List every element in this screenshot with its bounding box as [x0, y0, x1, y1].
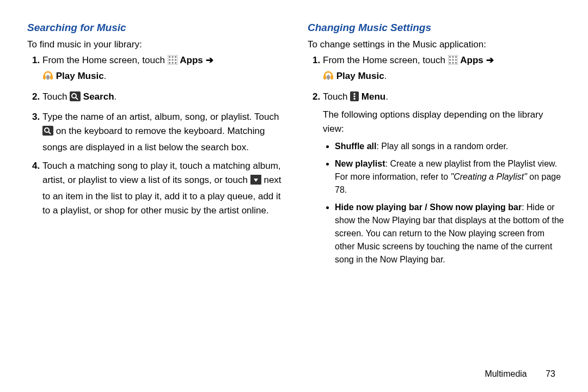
step-1: From the Home screen, touch Apps ➔ Play … — [42, 53, 286, 85]
page-footer: Multimedia 73 — [485, 369, 555, 379]
step-1: From the Home screen, touch Apps ➔ Play … — [323, 53, 566, 85]
options-intro: The following options display depending … — [323, 108, 566, 137]
svg-rect-9 — [175, 62, 176, 64]
svg-rect-3 — [175, 56, 176, 58]
cross-ref: "Creating a Playlist" — [451, 172, 527, 181]
play-music-label: Play Music — [56, 71, 104, 81]
right-column: Changing Music Settings To change settin… — [308, 22, 566, 271]
footer-page-number: 73 — [546, 369, 555, 378]
overflow-menu-icon — [250, 175, 261, 189]
option-new-playlist: New playlist: Create a new playlist from… — [335, 157, 566, 197]
svg-rect-32 — [323, 75, 326, 79]
apps-grid-icon — [168, 55, 177, 69]
apps-grid-icon — [448, 55, 458, 69]
svg-rect-11 — [50, 75, 53, 79]
svg-rect-7 — [169, 62, 170, 64]
steps-right: From the Home screen, touch Apps ➔ Play … — [308, 53, 566, 266]
svg-rect-25 — [455, 56, 457, 58]
menu-label: Menu — [362, 91, 385, 102]
search-icon — [70, 91, 81, 106]
options-list: Shuffle all: Play all songs in a random … — [323, 140, 566, 266]
option-shuffle: Shuffle all: Play all songs in a random … — [335, 140, 566, 153]
apps-label: Apps — [460, 55, 483, 65]
step-3: Type the name of an artist, album, song,… — [42, 110, 286, 155]
svg-rect-18 — [42, 126, 53, 136]
intro-right: To change settings in the Music applicat… — [308, 39, 566, 50]
svg-rect-26 — [449, 59, 451, 61]
step-4: Touch a matching song to play it, touch … — [42, 159, 286, 218]
heading-searching: Searching for Music — [27, 22, 286, 34]
svg-rect-8 — [171, 62, 173, 64]
svg-rect-27 — [452, 59, 454, 61]
svg-rect-30 — [452, 62, 454, 64]
svg-rect-4 — [169, 59, 170, 61]
search-icon — [42, 126, 53, 140]
play-music-label: Play Music — [336, 71, 384, 81]
left-column: Searching for Music To find music in you… — [27, 22, 286, 271]
menu-icon — [350, 91, 359, 106]
footer-section: Multimedia — [485, 369, 526, 378]
play-music-icon — [42, 71, 53, 85]
svg-rect-15 — [70, 91, 81, 101]
step-2: Touch Search. — [42, 90, 286, 106]
svg-rect-29 — [449, 62, 451, 64]
option-now-playing-bar: Hide now playing bar / Show now playing … — [335, 201, 566, 266]
steps-left: From the Home screen, touch Apps ➔ Play … — [27, 53, 286, 218]
apps-label: Apps — [180, 55, 203, 65]
intro-left: To find music in your library: — [27, 39, 286, 50]
heading-settings: Changing Music Settings — [308, 22, 566, 34]
svg-rect-2 — [171, 56, 173, 58]
svg-rect-5 — [171, 59, 173, 61]
search-label: Search — [83, 91, 114, 102]
svg-rect-33 — [330, 75, 333, 79]
svg-rect-40 — [354, 98, 356, 100]
svg-rect-38 — [354, 93, 356, 95]
step-2: Touch Menu. The following options displa… — [323, 90, 566, 266]
svg-rect-31 — [455, 62, 457, 64]
svg-rect-10 — [43, 75, 46, 79]
svg-rect-6 — [175, 59, 176, 61]
play-music-icon — [323, 71, 334, 85]
svg-rect-24 — [452, 56, 454, 58]
svg-rect-39 — [354, 95, 356, 97]
svg-rect-23 — [449, 56, 451, 58]
svg-rect-28 — [455, 59, 457, 61]
svg-rect-1 — [169, 56, 170, 58]
